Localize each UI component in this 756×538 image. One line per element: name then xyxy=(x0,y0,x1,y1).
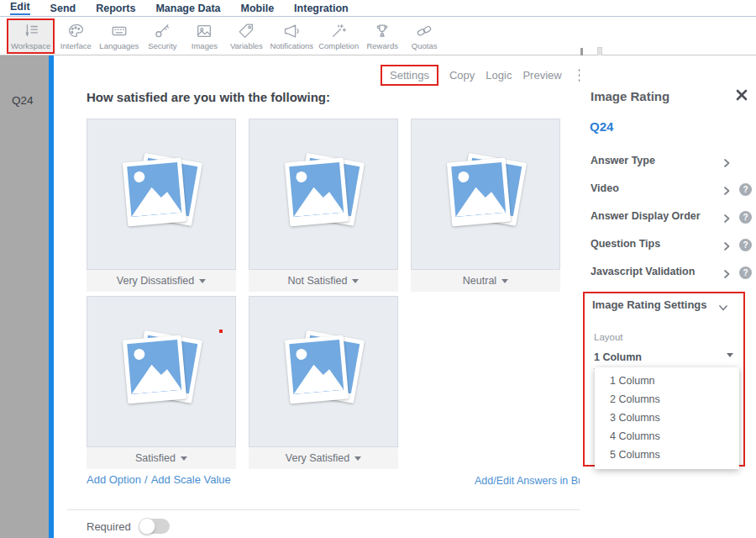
palette-icon xyxy=(57,22,94,40)
image-placeholder[interactable] xyxy=(411,119,560,270)
help-icon[interactable]: ? xyxy=(739,266,752,279)
image-option-card: Not Satisfied xyxy=(249,119,398,292)
caret-down-icon xyxy=(181,456,187,461)
chevron-right-icon xyxy=(722,184,731,199)
select-caret-icon xyxy=(727,353,733,357)
caret-down-icon xyxy=(354,456,361,461)
workspace-icon xyxy=(11,22,50,40)
sidebar-question-id[interactable]: Q24 xyxy=(12,94,49,107)
required-label: Required xyxy=(87,520,131,533)
toolbar-item-languages[interactable]: Languages xyxy=(97,20,141,52)
panel-row-video[interactable]: Video ? xyxy=(580,182,756,201)
toolbar-item-workspace[interactable]: Workspace xyxy=(7,18,55,54)
toggle-knob xyxy=(139,518,155,535)
panel-title: Image Rating xyxy=(591,89,669,103)
magic-wand-icon xyxy=(318,22,359,40)
add-scale-value-link[interactable]: Add Scale Value xyxy=(151,473,231,486)
layout-select[interactable]: 1 Column xyxy=(594,349,737,369)
toolbar-item-images[interactable]: Images xyxy=(183,20,225,52)
question-list-sidebar: Q24 xyxy=(0,55,49,538)
panel-row-answer-display-order[interactable]: Answer Display Order ? xyxy=(580,210,756,229)
layout-option-1-column[interactable]: 1 Column xyxy=(595,372,739,390)
image-placeholder[interactable] xyxy=(249,296,398,447)
help-icon[interactable]: ? xyxy=(739,211,752,224)
question-title[interactable]: How satisfied are you with the following… xyxy=(87,90,330,104)
toolbar-item-rewards[interactable]: Rewards xyxy=(361,20,403,52)
layout-option-4-columns[interactable]: 4 Columns xyxy=(595,427,739,446)
image-placeholder[interactable] xyxy=(249,119,398,270)
image-placeholder[interactable] xyxy=(87,119,236,270)
add-edit-answers-bulk-link[interactable]: Add/Edit Answers in Bulk xyxy=(475,475,591,487)
chevron-down-icon[interactable] xyxy=(718,300,728,315)
tab-logic[interactable]: Logic xyxy=(486,69,512,82)
survey-builder-screen: Edit Send Reports Manage Data Mobile Int… xyxy=(0,0,756,538)
required-row: Required xyxy=(87,519,170,534)
link-separator: / xyxy=(144,473,148,486)
chevron-right-icon xyxy=(722,240,731,255)
photo-stack-icon xyxy=(287,333,360,405)
annotation-red-dot xyxy=(219,330,223,333)
panel-row-answer-type[interactable]: Answer Type xyxy=(580,155,756,173)
chevron-right-icon xyxy=(722,156,731,171)
image-option-card: Satisfied xyxy=(87,296,236,469)
image-placeholder[interactable] xyxy=(87,296,236,447)
menu-item-manage-data[interactable]: Manage Data xyxy=(155,3,220,14)
option-label-dropdown[interactable]: Satisfied xyxy=(87,447,236,469)
menu-bar: Edit Send Reports Manage Data Mobile Int… xyxy=(0,0,756,17)
toolbar: Workspace Interface Languages Security I… xyxy=(0,18,756,55)
toolbar-item-completion[interactable]: Completion xyxy=(316,20,361,52)
toolbar-item-security[interactable]: Security xyxy=(141,20,183,52)
chain-links-icon xyxy=(406,22,443,40)
panel-row-question-tips[interactable]: Question Tips ? xyxy=(580,238,756,256)
photo-stack-icon xyxy=(125,156,197,228)
option-label-dropdown[interactable]: Neutral xyxy=(411,270,560,292)
question-tabs: Settings Copy Logic Preview xyxy=(381,65,583,86)
active-question-accent-strip xyxy=(49,55,54,538)
image-rating-settings-header[interactable]: Image Rating Settings xyxy=(592,298,707,311)
menu-item-mobile[interactable]: Mobile xyxy=(241,3,275,14)
menu-item-reports[interactable]: Reports xyxy=(96,3,135,14)
layout-select-value: 1 Column xyxy=(594,351,642,363)
layout-option-3-columns[interactable]: 3 Columns xyxy=(595,409,739,427)
megaphone-icon xyxy=(270,22,313,40)
image-option-card: Very Satisfied xyxy=(249,296,398,469)
add-option-link[interactable]: Add Option xyxy=(87,473,141,486)
photo-stack-icon xyxy=(287,156,360,228)
option-label-dropdown[interactable]: Not Satisfied xyxy=(249,270,398,292)
layout-option-5-columns[interactable]: 5 Columns xyxy=(595,446,739,464)
option-label-dropdown[interactable]: Very Dissatisfied xyxy=(87,270,236,292)
toolbar-item-notifications[interactable]: Notifications xyxy=(267,20,316,52)
layout-option-2-columns[interactable]: 2 Columns xyxy=(595,390,739,409)
image-option-card: Very Dissatisfied xyxy=(87,119,236,292)
toolbar-item-variables[interactable]: Variables xyxy=(225,20,267,52)
question-settings-panel: Image Rating Q24 Answer Type Video ? Ans… xyxy=(580,55,756,538)
tab-preview[interactable]: Preview xyxy=(522,69,561,82)
photo-stack-icon xyxy=(125,333,197,405)
menu-item-edit[interactable]: Edit xyxy=(10,1,30,15)
layout-dropdown-menu: 1 Column 2 Columns 3 Columns 4 Columns 5… xyxy=(595,367,739,469)
key-icon xyxy=(144,22,181,40)
layout-label: Layout xyxy=(594,332,623,342)
option-label-dropdown[interactable]: Very Satisfied xyxy=(249,447,398,469)
add-links: Add Option/Add Scale Value xyxy=(87,473,231,486)
trophy-icon xyxy=(364,22,401,40)
panel-question-id[interactable]: Q24 xyxy=(590,119,613,134)
menu-item-integration[interactable]: Integration xyxy=(294,3,349,14)
chevron-right-icon xyxy=(722,267,731,282)
tab-copy[interactable]: Copy xyxy=(449,69,475,82)
help-icon[interactable]: ? xyxy=(739,239,752,251)
keyboard-icon xyxy=(99,22,139,40)
close-icon[interactable] xyxy=(736,89,748,101)
caret-down-icon xyxy=(352,279,359,283)
menu-item-send[interactable]: Send xyxy=(50,3,76,14)
required-toggle[interactable] xyxy=(139,519,170,534)
image-icon xyxy=(186,22,223,40)
help-icon[interactable]: ? xyxy=(739,183,752,196)
tab-settings[interactable]: Settings xyxy=(381,65,438,86)
caret-down-icon xyxy=(199,279,206,283)
panel-row-javascript-validation[interactable]: Javascript Validation ? xyxy=(580,266,756,284)
toolbar-item-interface[interactable]: Interface xyxy=(55,20,97,52)
photo-stack-icon xyxy=(449,156,522,228)
toolbar-item-quotas[interactable]: Quotas xyxy=(403,20,445,52)
tag-icon xyxy=(228,22,265,40)
